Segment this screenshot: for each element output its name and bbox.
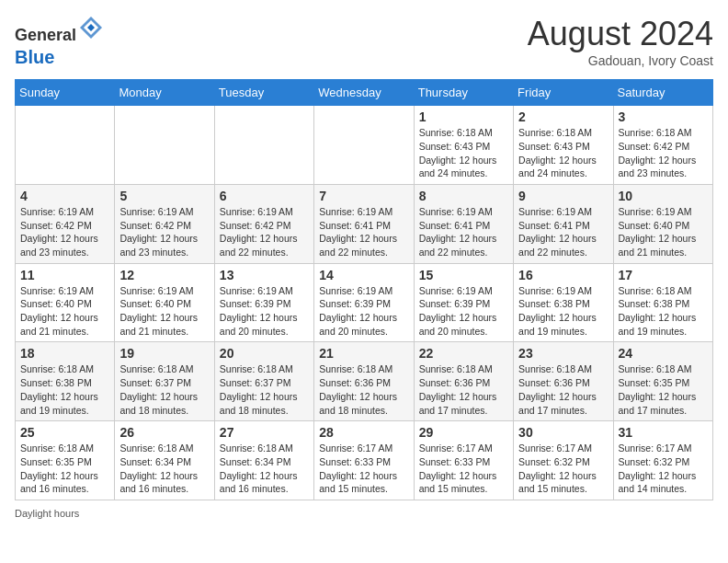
calendar-cell: 10Sunrise: 6:19 AM Sunset: 6:40 PM Dayli… xyxy=(613,184,712,263)
calendar-week-row: 4Sunrise: 6:19 AM Sunset: 6:42 PM Daylig… xyxy=(16,184,713,263)
day-detail: Sunrise: 6:18 AM Sunset: 6:43 PM Dayligh… xyxy=(518,126,608,180)
day-detail: Sunrise: 6:18 AM Sunset: 6:36 PM Dayligh… xyxy=(419,362,508,417)
day-detail: Sunrise: 6:19 AM Sunset: 6:42 PM Dayligh… xyxy=(20,205,109,259)
day-number: 2 xyxy=(518,109,608,124)
calendar-cell: 21Sunrise: 6:18 AM Sunset: 6:36 PM Dayli… xyxy=(314,342,414,421)
calendar-cell: 18Sunrise: 6:18 AM Sunset: 6:38 PM Dayli… xyxy=(16,342,115,421)
logo-general: General xyxy=(15,26,76,44)
day-detail: Sunrise: 6:18 AM Sunset: 6:34 PM Dayligh… xyxy=(119,442,209,496)
calendar-cell: 13Sunrise: 6:19 AM Sunset: 6:39 PM Dayli… xyxy=(214,263,313,342)
day-detail: Sunrise: 6:18 AM Sunset: 6:36 PM Dayligh… xyxy=(518,362,608,417)
location-subtitle: Gadouan, Ivory Coast xyxy=(528,53,713,68)
day-number: 29 xyxy=(419,425,508,440)
day-detail: Sunrise: 6:19 AM Sunset: 6:39 PM Dayligh… xyxy=(419,284,508,339)
day-number: 20 xyxy=(220,346,309,361)
day-detail: Sunrise: 6:18 AM Sunset: 6:38 PM Dayligh… xyxy=(619,284,708,339)
day-detail: Sunrise: 6:17 AM Sunset: 6:33 PM Dayligh… xyxy=(319,442,408,496)
day-detail: Sunrise: 6:18 AM Sunset: 6:34 PM Dayligh… xyxy=(220,442,309,496)
day-detail: Sunrise: 6:18 AM Sunset: 6:42 PM Dayligh… xyxy=(619,126,708,180)
day-of-week-header: Wednesday xyxy=(314,80,414,106)
calendar-week-row: 11Sunrise: 6:19 AM Sunset: 6:40 PM Dayli… xyxy=(16,263,713,342)
day-detail: Sunrise: 6:18 AM Sunset: 6:37 PM Dayligh… xyxy=(220,362,309,417)
logo-icon xyxy=(78,15,104,40)
calendar-cell: 25Sunrise: 6:18 AM Sunset: 6:35 PM Dayli… xyxy=(16,421,115,500)
day-number: 21 xyxy=(319,346,408,361)
day-number: 31 xyxy=(619,425,708,440)
day-detail: Sunrise: 6:19 AM Sunset: 6:40 PM Dayligh… xyxy=(20,284,109,339)
day-detail: Sunrise: 6:18 AM Sunset: 6:37 PM Dayligh… xyxy=(119,362,209,417)
day-of-week-header: Sunday xyxy=(16,80,115,106)
day-detail: Sunrise: 6:19 AM Sunset: 6:42 PM Dayligh… xyxy=(220,205,309,259)
day-detail: Sunrise: 6:19 AM Sunset: 6:41 PM Dayligh… xyxy=(518,205,608,259)
day-number: 22 xyxy=(419,346,508,361)
day-number: 13 xyxy=(220,268,309,282)
day-number: 15 xyxy=(419,268,508,282)
calendar-cell: 23Sunrise: 6:18 AM Sunset: 6:36 PM Dayli… xyxy=(514,342,613,421)
calendar-cell xyxy=(314,106,414,185)
header: General Blue August 2024 Gadouan, Ivory … xyxy=(15,15,713,68)
day-detail: Sunrise: 6:19 AM Sunset: 6:41 PM Dayligh… xyxy=(419,205,508,259)
calendar-cell: 28Sunrise: 6:17 AM Sunset: 6:33 PM Dayli… xyxy=(314,421,414,500)
day-detail: Sunrise: 6:18 AM Sunset: 6:35 PM Dayligh… xyxy=(20,442,109,496)
day-number: 4 xyxy=(20,189,109,203)
day-number: 30 xyxy=(518,425,608,440)
day-number: 24 xyxy=(619,346,708,361)
calendar-cell: 19Sunrise: 6:18 AM Sunset: 6:37 PM Dayli… xyxy=(115,342,214,421)
day-number: 5 xyxy=(119,189,209,203)
calendar-cell: 4Sunrise: 6:19 AM Sunset: 6:42 PM Daylig… xyxy=(16,184,115,263)
calendar-week-row: 25Sunrise: 6:18 AM Sunset: 6:35 PM Dayli… xyxy=(16,421,713,500)
day-number: 25 xyxy=(20,425,109,440)
day-number: 9 xyxy=(518,189,608,203)
calendar-cell: 31Sunrise: 6:17 AM Sunset: 6:32 PM Dayli… xyxy=(613,421,712,500)
day-number: 16 xyxy=(518,268,608,282)
day-detail: Sunrise: 6:19 AM Sunset: 6:41 PM Dayligh… xyxy=(319,205,408,259)
day-of-week-header: Thursday xyxy=(414,80,513,106)
daylight-hours-label: Daylight hours xyxy=(15,508,79,519)
day-number: 6 xyxy=(220,189,309,203)
day-number: 8 xyxy=(419,189,508,203)
day-detail: Sunrise: 6:19 AM Sunset: 6:42 PM Dayligh… xyxy=(119,205,209,259)
calendar-cell: 2Sunrise: 6:18 AM Sunset: 6:43 PM Daylig… xyxy=(514,106,613,185)
calendar-week-row: 1Sunrise: 6:18 AM Sunset: 6:43 PM Daylig… xyxy=(16,106,713,185)
logo-blue: Blue xyxy=(15,47,54,67)
calendar-cell: 16Sunrise: 6:19 AM Sunset: 6:38 PM Dayli… xyxy=(514,263,613,342)
logo-text: General Blue xyxy=(15,15,104,68)
calendar-cell: 9Sunrise: 6:19 AM Sunset: 6:41 PM Daylig… xyxy=(514,184,613,263)
calendar-cell: 3Sunrise: 6:18 AM Sunset: 6:42 PM Daylig… xyxy=(613,106,712,185)
calendar-cell: 17Sunrise: 6:18 AM Sunset: 6:38 PM Dayli… xyxy=(613,263,712,342)
day-number: 7 xyxy=(319,189,408,203)
day-of-week-header: Friday xyxy=(514,80,613,106)
day-detail: Sunrise: 6:18 AM Sunset: 6:43 PM Dayligh… xyxy=(419,126,508,180)
day-detail: Sunrise: 6:17 AM Sunset: 6:32 PM Dayligh… xyxy=(619,442,708,496)
calendar-cell: 12Sunrise: 6:19 AM Sunset: 6:40 PM Dayli… xyxy=(115,263,214,342)
calendar-cell xyxy=(214,106,313,185)
day-detail: Sunrise: 6:17 AM Sunset: 6:33 PM Dayligh… xyxy=(419,442,508,496)
month-year-title: August 2024 xyxy=(528,15,713,53)
day-number: 23 xyxy=(518,346,608,361)
day-number: 1 xyxy=(419,109,508,124)
day-detail: Sunrise: 6:18 AM Sunset: 6:38 PM Dayligh… xyxy=(20,362,109,417)
day-number: 10 xyxy=(619,189,708,203)
title-section: August 2024 Gadouan, Ivory Coast xyxy=(528,15,713,68)
day-detail: Sunrise: 6:19 AM Sunset: 6:39 PM Dayligh… xyxy=(319,284,408,339)
day-number: 11 xyxy=(20,268,109,282)
day-number: 27 xyxy=(220,425,309,440)
calendar-cell: 14Sunrise: 6:19 AM Sunset: 6:39 PM Dayli… xyxy=(314,263,414,342)
calendar-cell: 22Sunrise: 6:18 AM Sunset: 6:36 PM Dayli… xyxy=(414,342,513,421)
day-number: 26 xyxy=(119,425,209,440)
day-number: 19 xyxy=(119,346,209,361)
calendar-cell: 15Sunrise: 6:19 AM Sunset: 6:39 PM Dayli… xyxy=(414,263,513,342)
calendar-cell: 7Sunrise: 6:19 AM Sunset: 6:41 PM Daylig… xyxy=(314,184,414,263)
day-detail: Sunrise: 6:19 AM Sunset: 6:40 PM Dayligh… xyxy=(119,284,209,339)
day-number: 18 xyxy=(20,346,109,361)
calendar-week-row: 18Sunrise: 6:18 AM Sunset: 6:38 PM Dayli… xyxy=(16,342,713,421)
calendar-cell: 29Sunrise: 6:17 AM Sunset: 6:33 PM Dayli… xyxy=(414,421,513,500)
day-of-week-header: Tuesday xyxy=(214,80,313,106)
day-of-week-header: Saturday xyxy=(613,80,712,106)
calendar-cell: 20Sunrise: 6:18 AM Sunset: 6:37 PM Dayli… xyxy=(214,342,313,421)
calendar-cell: 1Sunrise: 6:18 AM Sunset: 6:43 PM Daylig… xyxy=(414,106,513,185)
day-detail: Sunrise: 6:18 AM Sunset: 6:35 PM Dayligh… xyxy=(619,362,708,417)
day-detail: Sunrise: 6:19 AM Sunset: 6:40 PM Dayligh… xyxy=(619,205,708,259)
day-number: 17 xyxy=(619,268,708,282)
calendar-cell: 8Sunrise: 6:19 AM Sunset: 6:41 PM Daylig… xyxy=(414,184,513,263)
